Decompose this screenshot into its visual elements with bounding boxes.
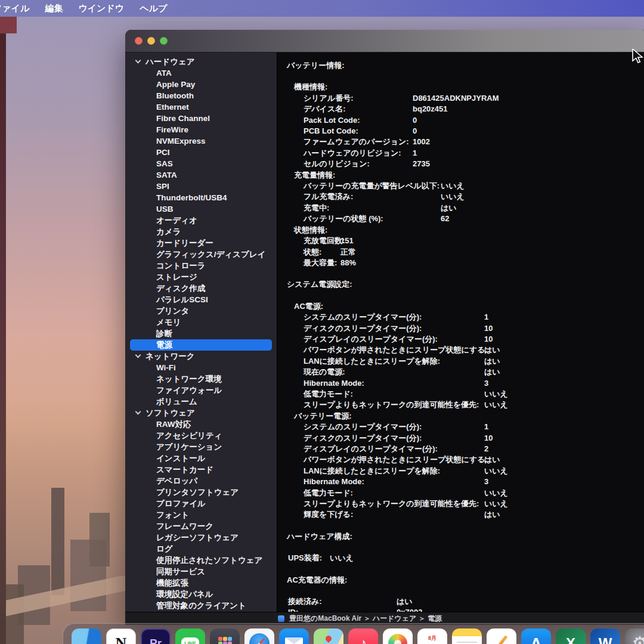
sidebar-item[interactable]: 電源 <box>130 339 272 351</box>
sidebar-item[interactable]: カードリーダー <box>130 237 272 249</box>
info-label: ID: <box>288 607 397 612</box>
dock-app-icon[interactable]: ⚙ 1 <box>625 628 644 644</box>
sidebar-item[interactable]: Bluetooth <box>130 90 272 101</box>
sidebar-group-header[interactable]: ネットワーク <box>125 351 277 362</box>
dock-app-icon[interactable]: X <box>556 628 586 644</box>
sidebar-item[interactable]: インストール <box>130 453 272 464</box>
sidebar-item[interactable]: ネットワーク環境 <box>130 373 272 385</box>
sidebar-item[interactable]: プリンタ <box>130 305 272 317</box>
section-heading: システム電源設定: <box>287 279 644 290</box>
dock-icon-glyph: LINE <box>181 637 199 644</box>
sidebar-item[interactable]: SPI <box>130 181 272 192</box>
sidebar-item[interactable]: グラフィックス/ディスプレイ <box>130 249 272 260</box>
sidebar-item[interactable]: ストレージ <box>130 271 272 283</box>
wallpaper-tower-edge <box>0 17 17 33</box>
info-value: 1 <box>484 422 488 432</box>
sidebar-item[interactable]: コントローラ <box>130 260 272 271</box>
sidebar-item[interactable]: SATA <box>130 169 272 181</box>
info-label: パワーボタンが押されたときにスリープ状態にする: <box>304 454 484 465</box>
window-body: ハードウェア ATA Apple Pay Bluetooth Ethernet <box>125 52 644 612</box>
sidebar-item[interactable]: Wi-Fi <box>130 362 272 373</box>
dock-app-icon[interactable] <box>487 628 516 644</box>
dock-app-icon[interactable] <box>72 628 101 644</box>
dock-app-icon[interactable] <box>383 628 413 644</box>
sidebar-item[interactable]: RAW対応 <box>130 419 272 430</box>
sidebar-item[interactable]: ボリューム <box>130 396 272 407</box>
menu-item[interactable]: ヘルプ <box>140 3 167 14</box>
sidebar-item[interactable]: レガシーソフトウェア <box>130 532 272 543</box>
info-row: シリアル番号: D861425ADKNPJYRAM <box>287 93 644 104</box>
sidebar-item[interactable]: PCI <box>130 147 272 158</box>
info-value: いいえ <box>441 191 465 202</box>
dock-app-icon[interactable]: 8月 26 <box>417 628 447 644</box>
sidebar-item[interactable]: NVMExpress <box>130 135 272 147</box>
menu-item[interactable]: ファイル <box>0 3 29 14</box>
sidebar-item[interactable]: 機能拡張 <box>130 577 272 589</box>
dock-icon-glyph: 26 <box>425 641 439 644</box>
sidebar-item[interactable]: プロファイル <box>130 498 272 509</box>
sidebar-item[interactable]: アクセシビリティ <box>130 430 272 441</box>
info-label: ディスプレイのスリープタイマー(分): <box>304 444 484 454</box>
menu-item[interactable]: ウインドウ <box>78 3 124 14</box>
sidebar-item[interactable]: 環境設定パネル <box>130 589 272 600</box>
sidebar-item[interactable]: メモリ <box>130 317 272 328</box>
close-button[interactable] <box>135 37 143 45</box>
info-row: 最大容量: 88% <box>287 258 644 268</box>
info-block: 充電量情報: バッテリーの充電量が警告レベル以下: いいえ <box>287 170 644 225</box>
sidebar-item[interactable]: FireWire <box>130 124 272 135</box>
info-row: PCB Lot Code: 0 <box>287 126 644 137</box>
sidebar-item[interactable]: USB <box>130 203 272 215</box>
sidebar[interactable]: ハードウェア ATA Apple Pay Bluetooth Ethernet <box>125 52 277 612</box>
sidebar-group-header[interactable]: ソフトウェア <box>125 407 277 419</box>
sidebar-item[interactable]: ディスク作成 <box>130 283 272 294</box>
sidebar-item[interactable]: Apple Pay <box>130 79 272 90</box>
sidebar-item[interactable]: 同期サービス <box>130 566 272 577</box>
sidebar-item[interactable]: 管理対象のクライアント <box>130 600 272 611</box>
info-section: ハードウェア構成: UPS装着: <box>287 531 644 564</box>
sidebar-item[interactable]: フォント <box>130 509 272 521</box>
sidebar-item[interactable]: Thunderbolt/USB4 <box>130 192 272 203</box>
sidebar-group-header[interactable]: ハードウェア <box>125 56 277 67</box>
info-value: いいえ <box>330 553 354 564</box>
dock-app-icon[interactable] <box>314 628 343 644</box>
info-value: 62 <box>441 213 449 224</box>
section-blocks: UPS装着: いいえ <box>287 553 644 564</box>
info-label: LANに接続したときにスリープを解除: <box>304 356 484 367</box>
dock-app-icon[interactable] <box>210 628 240 644</box>
menu-item[interactable]: 編集 <box>45 3 63 14</box>
sidebar-item[interactable]: パラレルSCSI <box>130 294 272 305</box>
sidebar-item[interactable]: ログ <box>130 543 272 555</box>
sidebar-item[interactable]: プリンタソフトウェア <box>130 487 272 498</box>
sidebar-item[interactable]: ファイアウォール <box>130 385 272 396</box>
dock-app-icon[interactable]: Pr <box>141 628 171 644</box>
sidebar-item[interactable]: フレームワーク <box>130 521 272 532</box>
sidebar-item[interactable]: ATA <box>130 67 272 79</box>
info-section: AC充電器の情報: 接続済み: <box>287 575 644 612</box>
zoom-button[interactable] <box>160 37 168 45</box>
dock-app-icon[interactable] <box>244 628 274 644</box>
dock-app-icon[interactable]: N <box>106 628 136 644</box>
info-label: バッテリーの状態 (%): <box>304 213 441 224</box>
sidebar-item[interactable]: カメラ <box>130 226 272 237</box>
sidebar-item[interactable]: デベロッパ <box>130 475 272 487</box>
sidebar-item[interactable]: スマートカード <box>130 464 272 475</box>
info-block: UPS装着: いいえ <box>287 553 644 564</box>
info-row: ファームウェアのバージョン: 1002 <box>287 137 644 147</box>
minimize-button[interactable] <box>147 37 155 45</box>
battery-info-panel[interactable]: バッテリー情報: 機種情報: シリアル番号: <box>277 52 644 612</box>
sidebar-item[interactable]: 診断 <box>130 328 272 339</box>
dock-app-icon[interactable]: ♪ <box>348 628 378 644</box>
dock-app-icon[interactable] <box>452 628 482 644</box>
dock-app-icon[interactable]: LINE <box>175 628 205 644</box>
dock-app-icon[interactable]: W <box>590 628 620 644</box>
sidebar-item[interactable]: Ethernet <box>130 101 272 113</box>
window-titlebar[interactable] <box>125 30 644 52</box>
sidebar-item[interactable]: アプリケーション <box>130 441 272 453</box>
sidebar-item[interactable]: SAS <box>130 158 272 169</box>
sidebar-item[interactable]: Fibre Channel <box>130 113 272 124</box>
dock-app-icon[interactable]: A <box>521 628 551 644</box>
sidebar-item[interactable]: オーディオ <box>130 215 272 226</box>
dock-app-icon[interactable] <box>279 628 309 644</box>
sidebar-item[interactable]: 使用停止されたソフトウェア <box>130 555 272 566</box>
block-rows: UPS装着: いいえ <box>287 553 644 564</box>
